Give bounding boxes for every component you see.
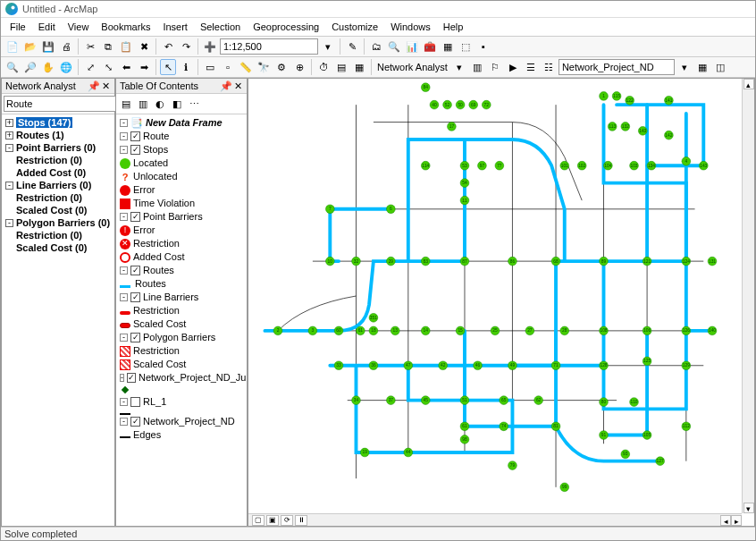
time-slider-button[interactable]: ⏱ bbox=[315, 59, 332, 75]
layer-nd[interactable]: Network_Project_ND bbox=[143, 415, 235, 428]
html-popup-button[interactable]: ▤ bbox=[333, 59, 349, 75]
toc-tree[interactable]: -📑New Data Frame -Route -Stops Located ?… bbox=[116, 114, 247, 526]
full-extent-button[interactable]: 🌐 bbox=[58, 59, 74, 75]
dataframe-node[interactable]: New Data Frame bbox=[146, 116, 223, 130]
checkbox[interactable] bbox=[130, 333, 140, 342]
na-dataset-combo[interactable] bbox=[559, 59, 675, 75]
scroll-down-icon[interactable]: ▾ bbox=[743, 503, 754, 513]
go-to-xy-button[interactable]: ⊕ bbox=[291, 59, 307, 75]
checkbox[interactable] bbox=[130, 145, 140, 155]
na-dataset-dropdown-icon[interactable]: ▾ bbox=[676, 59, 693, 75]
na-item-line-barriers[interactable]: Line Barriers (0) bbox=[16, 180, 91, 190]
find-button[interactable]: 🔭 bbox=[256, 59, 272, 75]
select-elements-button[interactable]: ↖ bbox=[160, 59, 176, 75]
fixed-zoom-out-button[interactable]: ⤡ bbox=[100, 59, 116, 75]
menu-insert[interactable]: Insert bbox=[157, 20, 193, 34]
layout-view-tab[interactable]: ▣ bbox=[266, 515, 279, 526]
layer-line-barriers[interactable]: Line Barriers bbox=[143, 291, 198, 304]
zoom-out-button[interactable]: 🔎 bbox=[22, 59, 38, 75]
toolbox-button[interactable]: 🧰 bbox=[422, 38, 438, 55]
menu-bookmarks[interactable]: Bookmarks bbox=[96, 20, 155, 34]
na-directions-button[interactable]: ☰ bbox=[523, 59, 539, 75]
layer-point-barriers[interactable]: Point Barriers bbox=[143, 210, 203, 224]
pin-icon[interactable]: 📌 bbox=[88, 81, 98, 91]
print-button[interactable]: 🖨 bbox=[58, 38, 74, 55]
forward-button[interactable]: ➡ bbox=[136, 59, 152, 75]
close-icon[interactable]: ✕ bbox=[233, 81, 243, 91]
python-button[interactable]: ▦ bbox=[440, 38, 456, 55]
menu-selection[interactable]: Selection bbox=[195, 20, 246, 34]
scale-combo[interactable] bbox=[220, 38, 318, 55]
list-by-drawing-button[interactable]: ▤ bbox=[118, 96, 134, 112]
clear-selection-button[interactable]: ▫ bbox=[220, 59, 236, 75]
na-props-button[interactable]: ☷ bbox=[541, 59, 557, 75]
menu-view[interactable]: View bbox=[63, 20, 95, 34]
pan-button[interactable]: ✋ bbox=[40, 59, 56, 75]
na-item-restriction[interactable]: Restriction (0) bbox=[4, 154, 113, 166]
menu-file[interactable]: File bbox=[4, 20, 31, 34]
menu-customize[interactable]: Customize bbox=[326, 20, 383, 34]
list-by-selection-button[interactable]: ◧ bbox=[169, 96, 185, 112]
model-button[interactable]: ⬚ bbox=[458, 38, 474, 55]
paste-button[interactable]: 📋 bbox=[118, 38, 134, 55]
checkbox[interactable] bbox=[130, 292, 140, 302]
scroll-left-icon[interactable]: ◂ bbox=[720, 515, 731, 526]
editor-toolbar-button[interactable]: ✎ bbox=[344, 38, 360, 55]
na-tree[interactable]: +Stops (147) +Routes (1) -Point Barriers… bbox=[2, 114, 114, 526]
list-by-source-button[interactable]: ▥ bbox=[135, 96, 151, 112]
expand-icon[interactable]: + bbox=[5, 119, 13, 127]
layer-stops[interactable]: Stops bbox=[143, 143, 168, 156]
na-layer-combo[interactable] bbox=[4, 96, 132, 112]
catalog-button[interactable]: 🗂 bbox=[368, 38, 384, 55]
back-button[interactable]: ⬅ bbox=[118, 59, 134, 75]
add-data-button[interactable]: ➕ bbox=[202, 38, 218, 55]
data-view-tab[interactable]: ▢ bbox=[252, 515, 265, 526]
legend-routes[interactable]: Routes bbox=[133, 277, 168, 291]
measure-button[interactable]: 📏 bbox=[238, 59, 254, 75]
scroll-right-icon[interactable]: ▸ bbox=[731, 515, 742, 526]
na-item-scaled-cost[interactable]: Scaled Cost (0) bbox=[4, 204, 113, 216]
na-item-point-barriers[interactable]: Point Barriers (0) bbox=[16, 142, 96, 153]
menu-help[interactable]: Help bbox=[438, 20, 469, 34]
delete-button[interactable]: ✖ bbox=[136, 38, 152, 55]
vertical-scrollbar[interactable]: ▴ ▾ bbox=[742, 79, 754, 513]
checkbox[interactable] bbox=[130, 131, 140, 141]
na-item-stops[interactable]: Stops (147) bbox=[16, 117, 72, 128]
na-create-button[interactable]: ⚐ bbox=[487, 59, 503, 75]
scale-dropdown-icon[interactable]: ▾ bbox=[320, 38, 336, 55]
horizontal-scrollbar[interactable]: ▢ ▣ ⟳ ⏸ ◂ ▸ bbox=[248, 513, 742, 526]
collapse-icon[interactable]: - bbox=[5, 219, 13, 227]
na-item-polygon-barriers[interactable]: Polygon Barriers (0) bbox=[16, 217, 110, 228]
save-button[interactable]: 💾 bbox=[40, 38, 56, 55]
checkbox[interactable] bbox=[130, 266, 140, 275]
toc-options-button[interactable]: ⋯ bbox=[186, 96, 202, 112]
collapse-icon[interactable]: - bbox=[5, 144, 13, 152]
new-button[interactable]: 📄 bbox=[4, 38, 21, 55]
menu-windows[interactable]: Windows bbox=[385, 20, 436, 34]
na-solve-button[interactable]: ▶ bbox=[505, 59, 521, 75]
checkbox[interactable] bbox=[130, 417, 140, 427]
more-button[interactable]: ▪ bbox=[475, 38, 491, 55]
pin-icon[interactable]: 📌 bbox=[221, 81, 231, 91]
map-view[interactable]: 8440525069721115122141171131321431427611… bbox=[248, 78, 755, 527]
redo-button[interactable]: ↷ bbox=[178, 38, 194, 55]
list-by-visibility-button[interactable]: ◐ bbox=[152, 96, 168, 112]
checkbox[interactable] bbox=[130, 397, 140, 407]
layer-rl1[interactable]: RL_1 bbox=[143, 395, 166, 409]
pause-icon[interactable]: ⏸ bbox=[295, 515, 307, 526]
layer-routes[interactable]: Routes bbox=[143, 264, 174, 277]
na-item-added-cost[interactable]: Added Cost (0) bbox=[4, 166, 113, 179]
fixed-zoom-in-button[interactable]: ⤢ bbox=[82, 59, 98, 75]
undo-button[interactable]: ↶ bbox=[160, 38, 176, 55]
na-menu-dropdown[interactable]: ▾ bbox=[451, 59, 467, 75]
close-icon[interactable]: ✕ bbox=[101, 81, 111, 91]
layer-nd-junctions[interactable]: Network_Project_ND_Ju bbox=[139, 371, 246, 385]
find-route-button[interactable]: ⚙ bbox=[273, 59, 290, 75]
refresh-icon[interactable]: ⟳ bbox=[281, 515, 293, 526]
na-item-scaled-cost[interactable]: Scaled Cost (0) bbox=[4, 241, 113, 254]
checkbox[interactable] bbox=[130, 212, 140, 222]
na-identify-button[interactable]: ◫ bbox=[712, 59, 728, 75]
select-features-button[interactable]: ▭ bbox=[202, 59, 218, 75]
open-button[interactable]: 📂 bbox=[22, 38, 38, 55]
viewer-button[interactable]: ▦ bbox=[351, 59, 367, 75]
